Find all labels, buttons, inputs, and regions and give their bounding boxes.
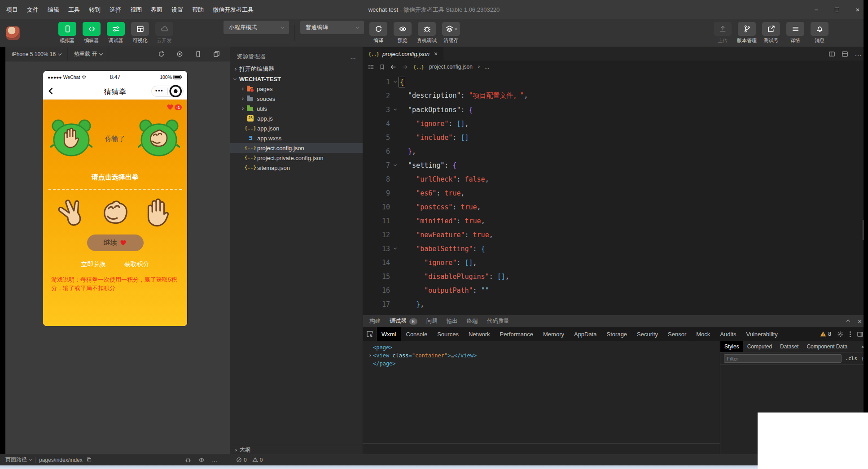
wxml-node[interactable]: <page> — [367, 343, 720, 352]
earn-points-link[interactable]: 获取积分 — [124, 261, 149, 269]
menu-item-帮助[interactable]: 帮助 — [188, 0, 208, 19]
panel-tab-问题[interactable]: 问题 — [426, 317, 438, 325]
devtools-tab-Wxml[interactable]: Wxml — [377, 327, 401, 341]
eye-icon[interactable] — [198, 457, 205, 463]
toolbar-button-模拟器[interactable]: 模拟器 — [57, 22, 77, 44]
layout-icon[interactable] — [842, 51, 848, 57]
dock-side-icon[interactable] — [857, 331, 864, 338]
wxml-tree[interactable]: <page><view class="container">…</view></… — [363, 341, 720, 454]
devtools-tab-AppData[interactable]: AppData — [569, 327, 602, 341]
fold-chevron-icon[interactable] — [393, 108, 396, 111]
toolbar-button-版本管理[interactable]: 版本管理 — [737, 22, 757, 44]
back-button[interactable] — [47, 87, 55, 95]
devtools-tab-Console[interactable]: Console — [401, 327, 433, 341]
outline-list-icon[interactable] — [368, 64, 374, 70]
bug-icon[interactable] — [185, 457, 191, 463]
file-item-pages[interactable]: pages — [230, 84, 363, 94]
toolbar-button-预览[interactable]: 预览 — [393, 22, 412, 44]
mode-select[interactable]: 小程序模式 — [224, 21, 289, 34]
hot-reload-toggle[interactable]: 热重载 开 — [68, 47, 109, 61]
toolbar-button-消息[interactable]: 消息 — [810, 22, 829, 44]
breadcrumb-more[interactable]: … — [484, 64, 490, 70]
menu-item-界面[interactable]: 界面 — [146, 0, 167, 19]
toolbar-button-详情[interactable]: 详情 — [785, 22, 805, 44]
gear-icon[interactable] — [837, 331, 844, 338]
redeem-link[interactable]: 立即兑换 — [81, 261, 106, 269]
fold-chevron-icon[interactable] — [393, 247, 396, 250]
panel-tab-构建[interactable]: 构建 — [369, 317, 381, 325]
file-item-app.json[interactable]: {..}app.json — [230, 123, 363, 133]
phone-small-icon[interactable] — [195, 51, 202, 57]
toolbar-button-可视化[interactable]: 可视化 — [130, 22, 150, 44]
toolbar-button-真机调试[interactable]: 真机调试 — [417, 22, 437, 44]
panel-tab-终端[interactable]: 终端 — [467, 317, 478, 325]
back-arrow-icon[interactable] — [390, 64, 397, 70]
menu-item-项目[interactable]: 项目 — [2, 0, 22, 19]
menu-item-转到[interactable]: 转到 — [84, 0, 105, 19]
collapse-panel-icon[interactable] — [846, 319, 850, 323]
windows-icon[interactable] — [213, 51, 220, 57]
toolbar-button-云开发[interactable]: 云开发 — [154, 22, 174, 44]
more-icon[interactable]: … — [855, 50, 862, 58]
inspect-element-button[interactable] — [363, 327, 377, 341]
menu-item-微信开发者工具[interactable]: 微信开发者工具 — [208, 0, 258, 19]
maximize-button[interactable] — [827, 0, 847, 19]
devtools-tab-Performance[interactable]: Performance — [495, 327, 538, 341]
fold-chevron-icon[interactable] — [393, 163, 396, 166]
hand-paper-button[interactable] — [140, 195, 176, 231]
file-item-app.js[interactable]: JSapp.js — [230, 113, 363, 123]
menu-item-视图[interactable]: 视图 — [126, 0, 146, 19]
toolbar-button-上传[interactable]: 上传 — [713, 22, 732, 44]
toolbar-button-测试号[interactable]: 测试号 — [761, 22, 781, 44]
toolbar-button-编译[interactable]: 编译 — [368, 22, 388, 44]
avatar[interactable] — [6, 26, 20, 40]
tree-section-打开的编辑器[interactable]: 打开的编辑器 — [230, 64, 363, 74]
outline-section[interactable]: 大纲 — [230, 446, 363, 454]
styles-tab-Computed[interactable]: Computed — [743, 341, 776, 352]
devtools-tab-Vulnerability[interactable]: Vulnerability — [741, 327, 782, 341]
toolbar-button-编辑器[interactable]: 编辑器 — [82, 22, 101, 44]
devtools-tab-Audits[interactable]: Audits — [715, 327, 741, 341]
close-panel-icon[interactable]: × — [858, 317, 862, 325]
toolbar-button-清缓存[interactable]: 清缓存 — [441, 22, 461, 44]
capsule-close-button[interactable] — [168, 83, 184, 99]
more-icon[interactable]: … — [350, 53, 356, 60]
close-tab-icon[interactable]: × — [434, 50, 438, 57]
warnings-counter[interactable]: 8 — [820, 331, 831, 337]
code-area[interactable]: 1{2 "description": "项目配置文件。",3 "packOpti… — [363, 73, 868, 311]
menu-item-编辑[interactable]: 编辑 — [43, 0, 64, 19]
devtools-tab-Sources[interactable]: Sources — [432, 327, 464, 341]
fold-chevron-icon[interactable] — [393, 80, 396, 83]
capsule-more-button[interactable]: ••• — [152, 86, 167, 96]
device-select[interactable]: iPhone 5 100% 16 — [5, 47, 68, 61]
devtools-tab-Memory[interactable]: Memory — [538, 327, 569, 341]
file-item-app.wxss[interactable]: Eapp.wxss — [230, 133, 363, 143]
bookmark-icon[interactable] — [379, 64, 385, 70]
kebab-menu-icon[interactable] — [850, 334, 851, 335]
toggle-class-button[interactable]: .cls — [845, 356, 857, 361]
hand-scissors-button[interactable] — [54, 195, 90, 231]
minimize-button[interactable]: − — [806, 0, 827, 19]
devtools-tab-Network[interactable]: Network — [464, 327, 495, 341]
styles-tab-Dataset[interactable]: Dataset — [776, 341, 802, 352]
file-item-utils[interactable]: utils — [230, 104, 363, 113]
file-item-sitemap.json[interactable]: {..}sitemap.json — [230, 163, 363, 173]
split-editor-icon[interactable] — [829, 51, 835, 57]
menu-item-设置[interactable]: 设置 — [167, 0, 188, 19]
file-item-project.config.json[interactable]: {..}project.config.json — [230, 143, 363, 153]
menu-item-工具[interactable]: 工具 — [64, 0, 84, 19]
menu-item-选择[interactable]: 选择 — [105, 0, 126, 19]
panel-tab-代码质量[interactable]: 代码质量 — [487, 317, 509, 325]
toolbar-button-调试器[interactable]: 调试器 — [106, 22, 126, 44]
menu-item-文件[interactable]: 文件 — [22, 0, 43, 19]
file-item-project.private.config.json[interactable]: {..}project.private.config.json — [230, 153, 363, 163]
styles-tab-Styles[interactable]: Styles — [720, 341, 743, 352]
record-icon[interactable] — [176, 51, 183, 57]
file-item-souces[interactable]: souces — [230, 94, 363, 104]
compile-select[interactable]: 普通编译 — [300, 21, 364, 34]
devtools-tab-Storage[interactable]: Storage — [602, 327, 632, 341]
breadcrumb-file[interactable]: project.config.json — [429, 64, 473, 70]
page-path-select[interactable]: 页面路径 — [5, 456, 31, 464]
tree-section-WECHAT-TEST[interactable]: WECHAT-TEST — [230, 74, 363, 84]
styles-tab-Component-Data[interactable]: Component Data — [802, 341, 851, 352]
